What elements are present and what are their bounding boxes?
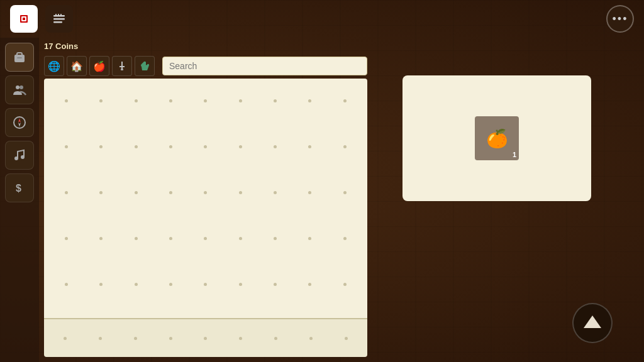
hotbar-cell[interactable]	[48, 323, 83, 353]
grid-cell[interactable]	[258, 267, 292, 302]
roblox-logo-icon	[15, 10, 33, 28]
grid-cell[interactable]	[119, 84, 153, 118]
grid-dot	[169, 145, 172, 148]
sidebar-item-bag[interactable]	[5, 43, 34, 72]
tab-globe[interactable]: 🌐	[44, 56, 64, 76]
svg-rect-5	[53, 18, 65, 20]
roblox-logo[interactable]	[10, 5, 38, 33]
grid-cell[interactable]	[119, 129, 153, 164]
grid-cell[interactable]	[153, 84, 188, 118]
grid-dot	[204, 191, 207, 194]
up-arrow-icon	[584, 315, 601, 328]
tab-home[interactable]: 🏠	[67, 56, 87, 76]
preview-item-slot[interactable]: 🍊 1	[475, 116, 519, 160]
grid-cell[interactable]	[328, 267, 362, 302]
more-options-button[interactable]: •••	[606, 5, 634, 33]
grid-cell[interactable]	[223, 221, 258, 256]
grid-dot	[204, 99, 207, 102]
hotbar-cell[interactable]	[258, 323, 294, 353]
grid-cell[interactable]	[292, 267, 327, 302]
dollar-icon: $	[12, 180, 27, 195]
grid-dot	[308, 99, 311, 102]
tab-sword[interactable]	[112, 56, 132, 76]
svg-rect-23	[121, 69, 123, 70]
grid-cell[interactable]	[49, 175, 84, 210]
grid-cell[interactable]	[84, 175, 118, 210]
grid-cell[interactable]	[223, 84, 258, 118]
toolbar: 17 Coins 🌐 🏠 🍎	[39, 38, 372, 79]
grid-cell[interactable]	[188, 221, 223, 256]
grid-cell[interactable]	[223, 129, 258, 164]
grid-cell[interactable]	[84, 267, 118, 302]
grid-cell[interactable]	[292, 175, 327, 210]
grid-dot	[65, 237, 68, 240]
grid-cell[interactable]	[258, 84, 292, 118]
grid-dot	[343, 237, 347, 240]
coins-label: 17 Coins	[44, 41, 367, 51]
hotbar-cell[interactable]	[328, 323, 364, 353]
grid-cell[interactable]	[292, 129, 327, 164]
sidebar-item-compass[interactable]	[5, 108, 34, 137]
hotbar-cell[interactable]	[223, 323, 258, 353]
grid-cell[interactable]	[153, 267, 188, 302]
svg-rect-11	[17, 53, 22, 56]
grid-cell[interactable]	[119, 267, 153, 302]
grid-dot	[135, 145, 138, 148]
hotbar-cell[interactable]	[293, 323, 328, 353]
hand-icon	[139, 60, 150, 72]
grid-cell[interactable]	[188, 175, 223, 210]
grid-cell[interactable]	[119, 175, 153, 210]
grid-dot	[308, 237, 311, 240]
hotbar-cell[interactable]	[153, 323, 188, 353]
grid-dot	[239, 237, 242, 240]
grid-cell[interactable]	[49, 84, 84, 118]
grid-dot	[99, 99, 103, 102]
hotbar-dot	[64, 337, 67, 340]
grid-dot	[274, 191, 277, 194]
grid-cell[interactable]	[223, 175, 258, 210]
grid-dot	[169, 99, 172, 102]
grid-cell[interactable]	[49, 129, 84, 164]
menu-button[interactable]	[45, 5, 73, 33]
grid-cell[interactable]	[292, 221, 327, 256]
grid-cell[interactable]	[328, 175, 362, 210]
grid-cell[interactable]	[223, 267, 258, 302]
search-input[interactable]	[162, 57, 367, 75]
grid-dot	[274, 99, 277, 102]
grid-cell[interactable]	[328, 129, 362, 164]
grid-cell[interactable]	[49, 267, 84, 302]
grid-cell[interactable]	[84, 129, 118, 164]
sidebar-item-people[interactable]	[5, 75, 34, 104]
top-bar: •••	[0, 0, 644, 38]
grid-cell[interactable]	[119, 221, 153, 256]
sidebar-item-music[interactable]	[5, 141, 34, 170]
grid-cell[interactable]	[258, 221, 292, 256]
hotbar-cell[interactable]	[83, 323, 118, 353]
grid-cell[interactable]	[84, 84, 118, 118]
grid-cell[interactable]	[153, 221, 188, 256]
grid-dot	[204, 145, 207, 148]
grid-cell[interactable]	[188, 129, 223, 164]
grid-cell[interactable]	[258, 175, 292, 210]
grid-cell[interactable]	[328, 84, 362, 118]
grid-cell[interactable]	[153, 175, 188, 210]
grid-cell[interactable]	[292, 84, 327, 118]
grid-dot	[65, 145, 68, 148]
hotbar-cell[interactable]	[188, 323, 223, 353]
grid-dot	[204, 283, 207, 286]
tab-hand[interactable]	[135, 56, 155, 76]
up-button[interactable]	[572, 303, 613, 343]
sidebar-item-dollar[interactable]: $	[5, 173, 34, 202]
preview-item-count: 1	[513, 151, 516, 158]
grid-dot	[274, 145, 277, 148]
grid-cell[interactable]	[84, 221, 118, 256]
grid-cell[interactable]	[188, 84, 223, 118]
grid-cell[interactable]	[153, 129, 188, 164]
tab-apple[interactable]: 🍎	[89, 56, 109, 76]
grid-cell[interactable]	[49, 221, 84, 256]
hotbar-cell[interactable]	[118, 323, 153, 353]
grid-cell[interactable]	[328, 221, 362, 256]
grid-dot	[169, 191, 172, 194]
grid-cell[interactable]	[188, 267, 223, 302]
grid-cell[interactable]	[258, 129, 292, 164]
